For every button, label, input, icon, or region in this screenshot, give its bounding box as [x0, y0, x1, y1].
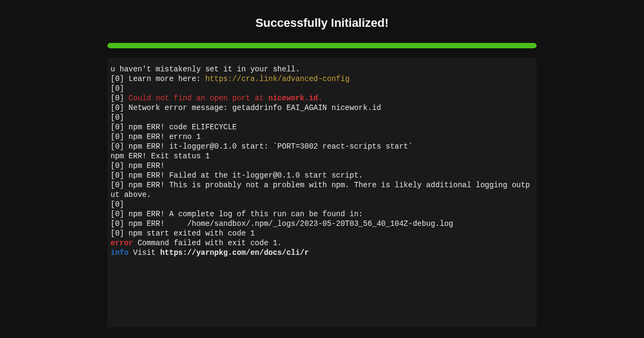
- terminal-output[interactable]: u haven't mistakenly set it in your shel…: [107, 58, 537, 327]
- terminal-line: [0] npm ERR! A complete log of this run …: [111, 209, 533, 219]
- terminal-line: [0]: [111, 113, 533, 122]
- terminal-line: info Visit https://yarnpkg.com/en/docs/c…: [111, 248, 533, 258]
- terminal-line: [0]: [111, 200, 533, 209]
- terminal-line: [0] npm start exited with code 1: [111, 229, 533, 238]
- terminal-line: [0] Network error message: getaddrinfo E…: [111, 103, 533, 113]
- terminal-line: [0] npm ERR! code ELIFECYCLE: [111, 122, 533, 132]
- terminal-line: [0] npm ERR!: [111, 161, 533, 171]
- progress-bar: [107, 43, 537, 48]
- terminal-line: [0] npm ERR! This is probably not a prob…: [111, 180, 533, 200]
- progress-fill: [107, 43, 537, 48]
- terminal-line: [0] npm ERR! Failed at the it-logger@0.1…: [111, 171, 533, 180]
- terminal-line: [0]: [111, 84, 533, 93]
- terminal-line: [0] npm ERR! errno 1: [111, 132, 533, 142]
- terminal-line: error Command failed with exit code 1.: [111, 238, 533, 248]
- terminal-line: npm ERR! Exit status 1: [111, 151, 533, 161]
- terminal-line: [0] npm ERR! /home/sandbox/.npm/_logs/20…: [111, 219, 533, 229]
- main-container: Successfully Initialized! u haven't mist…: [0, 0, 644, 327]
- terminal-line: [0] Could not find an open port at nicew…: [111, 93, 533, 103]
- terminal-line: [0] Learn more here: https://cra.link/ad…: [111, 74, 533, 84]
- page-title: Successfully Initialized!: [107, 16, 537, 30]
- terminal-line: [0] npm ERR! it-logger@0.1.0 start: `POR…: [111, 142, 533, 151]
- terminal-line: u haven't mistakenly set it in your shel…: [111, 64, 533, 74]
